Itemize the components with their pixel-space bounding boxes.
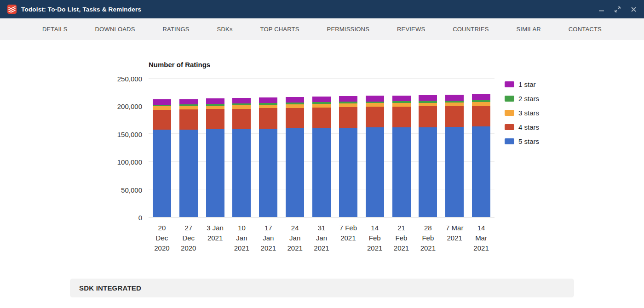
- bar-segment-5-stars[interactable]: [472, 126, 490, 217]
- stacked-bar[interactable]: [445, 79, 464, 217]
- bar-segment-5-stars[interactable]: [445, 127, 464, 217]
- x-tick-label: 14 Feb 2021: [362, 223, 388, 253]
- bar-segment-1-star[interactable]: [153, 99, 171, 105]
- x-tick-label: 28 Feb 2021: [414, 223, 441, 253]
- bar-segment-3-stars[interactable]: [472, 102, 490, 106]
- bar-segment-3-stars[interactable]: [179, 106, 198, 109]
- bar-segment-4-stars[interactable]: [259, 108, 277, 128]
- x-tick-label: 7 Feb 2021: [335, 223, 362, 253]
- bar-segment-1-star[interactable]: [206, 98, 224, 104]
- tab-details[interactable]: DETAILS: [42, 26, 68, 33]
- legend-item-3-stars[interactable]: 3 stars: [505, 109, 539, 117]
- stacked-bar[interactable]: [312, 79, 331, 217]
- legend-swatch: [505, 110, 514, 116]
- legend-label: 4 stars: [518, 123, 539, 131]
- stacked-bar[interactable]: [259, 79, 277, 217]
- y-tick-label: 250,000: [117, 75, 142, 83]
- bar-segment-5-stars[interactable]: [312, 128, 331, 217]
- bar-segment-1-star[interactable]: [312, 97, 331, 102]
- x-tick-label: 17 Jan 2021: [255, 223, 282, 253]
- tab-contacts[interactable]: CONTACTS: [569, 26, 602, 33]
- bar-segment-4-stars[interactable]: [286, 108, 304, 128]
- stacked-bar[interactable]: [232, 79, 251, 217]
- bar-segment-3-stars[interactable]: [206, 106, 224, 109]
- bar-segment-5-stars[interactable]: [232, 129, 251, 217]
- stacked-bar[interactable]: [419, 79, 437, 217]
- bar-segment-5-stars[interactable]: [259, 129, 277, 217]
- tab-reviews[interactable]: REVIEWS: [397, 26, 425, 33]
- bar-segment-1-star[interactable]: [392, 96, 411, 101]
- stacked-bar[interactable]: [366, 79, 384, 217]
- bar-segment-4-stars[interactable]: [153, 110, 171, 130]
- bar-segment-3-stars[interactable]: [392, 103, 411, 107]
- legend-label: 3 stars: [518, 109, 539, 117]
- legend-label: 5 stars: [518, 137, 539, 145]
- legend-swatch: [505, 138, 514, 144]
- bar-segment-3-stars[interactable]: [286, 104, 304, 108]
- legend-item-1-star[interactable]: 1 star: [505, 80, 539, 88]
- bar-segment-3-stars[interactable]: [232, 105, 251, 109]
- stacked-bar[interactable]: [286, 79, 304, 217]
- bar-segment-1-star[interactable]: [339, 96, 357, 102]
- bar-segment-1-star[interactable]: [286, 97, 304, 103]
- bar-segment-5-stars[interactable]: [366, 127, 384, 217]
- bar-segment-1-star[interactable]: [419, 95, 437, 101]
- bar-segment-4-stars[interactable]: [392, 107, 411, 127]
- tab-downloads[interactable]: DOWNLOADS: [95, 26, 135, 33]
- tab-permissions[interactable]: PERMISSIONS: [327, 26, 370, 33]
- bar-segment-5-stars[interactable]: [419, 127, 437, 217]
- bar-segment-1-star[interactable]: [366, 96, 384, 101]
- bar-segment-4-stars[interactable]: [366, 107, 384, 127]
- bar-segment-5-stars[interactable]: [339, 128, 357, 217]
- close-icon[interactable]: [631, 6, 637, 12]
- stacked-bar[interactable]: [472, 79, 490, 217]
- bar-segment-4-stars[interactable]: [312, 108, 331, 128]
- tab-countries[interactable]: COUNTRIES: [453, 26, 489, 33]
- legend-item-4-stars[interactable]: 4 stars: [505, 123, 539, 131]
- bar-segment-4-stars[interactable]: [472, 106, 490, 127]
- bar-segment-4-stars[interactable]: [232, 109, 251, 129]
- restore-icon[interactable]: [615, 6, 621, 12]
- bar-segment-5-stars[interactable]: [286, 128, 304, 217]
- window-controls: [598, 6, 637, 12]
- legend-item-2-stars[interactable]: 2 stars: [505, 95, 539, 103]
- sdk-integrated-header[interactable]: SDK INTEGRATED: [70, 279, 574, 297]
- bar-segment-3-stars[interactable]: [339, 103, 357, 107]
- legend-swatch: [505, 124, 514, 130]
- tab-similar[interactable]: SIMILAR: [516, 26, 540, 33]
- bar-segment-1-star[interactable]: [259, 97, 277, 103]
- stacked-bar[interactable]: [153, 79, 171, 217]
- bar-segment-4-stars[interactable]: [339, 107, 357, 128]
- tab-sdks[interactable]: SDKs: [217, 26, 233, 33]
- stacked-bar[interactable]: [392, 79, 411, 217]
- bar-segment-3-stars[interactable]: [419, 103, 437, 107]
- bar-segment-5-stars[interactable]: [206, 129, 224, 217]
- bar-segment-4-stars[interactable]: [179, 109, 198, 130]
- bar-segment-5-stars[interactable]: [392, 127, 411, 217]
- bar-segment-5-stars[interactable]: [179, 130, 198, 217]
- stacked-bar[interactable]: [206, 79, 224, 217]
- minimize-icon[interactable]: [598, 6, 604, 12]
- bar-segment-1-star[interactable]: [232, 98, 251, 103]
- bar-segment-5-stars[interactable]: [153, 130, 171, 217]
- legend-item-5-stars[interactable]: 5 stars: [505, 137, 539, 145]
- bar-segment-4-stars[interactable]: [206, 109, 224, 129]
- stacked-bar[interactable]: [179, 79, 198, 217]
- bar-segment-3-stars[interactable]: [445, 103, 464, 106]
- x-tick-label: 7 Mar 2021: [441, 223, 468, 253]
- bar-segment-4-stars[interactable]: [419, 106, 437, 127]
- bar-segment-3-stars[interactable]: [259, 105, 277, 108]
- bar-segment-3-stars[interactable]: [153, 106, 171, 109]
- tab-ratings[interactable]: RATINGS: [162, 26, 189, 33]
- bar-slot: [388, 79, 415, 217]
- y-tick-label: 200,000: [117, 103, 142, 110]
- bar-segment-1-star[interactable]: [445, 95, 464, 100]
- bar-segment-3-stars[interactable]: [366, 103, 384, 107]
- bar-segment-1-star[interactable]: [179, 99, 198, 105]
- bar-segment-3-stars[interactable]: [312, 104, 331, 108]
- tab-top-charts[interactable]: TOP CHARTS: [260, 26, 299, 33]
- bar-segment-1-star[interactable]: [472, 94, 490, 100]
- stacked-bar[interactable]: [339, 79, 357, 217]
- bars: [149, 79, 494, 217]
- bar-segment-4-stars[interactable]: [445, 106, 464, 127]
